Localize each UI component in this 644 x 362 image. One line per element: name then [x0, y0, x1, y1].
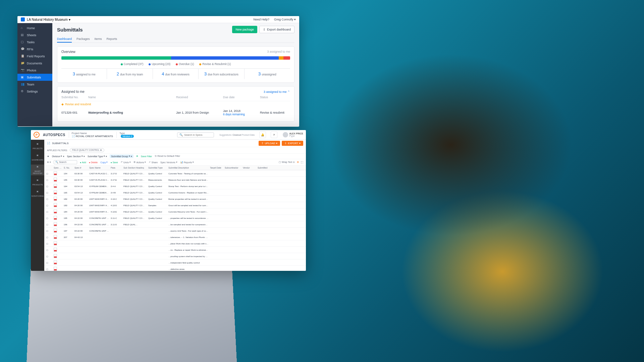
sidebar-item-field-reports[interactable]: 📋Field Reports [17, 53, 52, 60]
table-row[interactable]: ▢20704 43 13…tolerances. -- 1. Variation… [44, 234, 306, 240]
revise-resubmit-group[interactable]: ◆Revise and resubmit [61, 101, 290, 107]
sidebar-item-dashboard[interactable]: ▣DASHBOARD [31, 153, 44, 162]
table-row[interactable]: ▢…proofing system shall be inspected by … [44, 253, 306, 259]
pdf-icon[interactable] [54, 178, 62, 182]
sidebar-item-scratchpad[interactable]: ▣SCRATCHPAD [31, 189, 44, 198]
submittal-group-filter[interactable]: Submittal Group ▾ × [110, 155, 133, 158]
undo-button[interactable]: ↶ Undo ▾ [121, 161, 131, 164]
add-button[interactable]: ● Add [80, 161, 86, 164]
actions-menu[interactable]: ⚙ Actions ▾ [133, 161, 146, 164]
pdf-icon[interactable] [54, 254, 62, 258]
stat-item[interactable]: 2due from my team [107, 69, 153, 79]
col-header[interactable]: Sub Section Heading [123, 167, 147, 169]
checkbox[interactable]: ▢ [46, 191, 52, 194]
col-header[interactable]: Name [88, 96, 176, 99]
tab-reports[interactable]: Reports [107, 36, 117, 43]
atm-collapse[interactable]: 3 assigned to me ⌃ [264, 90, 290, 94]
table-row[interactable]: ▢15403 30 00CAST-IN-PLACE C…3.17-DFIELD … [44, 170, 306, 177]
submittal-type-filter[interactable]: Submittal Type ▾ × [88, 155, 107, 158]
table-row[interactable]: ▢18304 20 00UNIT MASONRY A…4.13-DFIELD Q… [44, 202, 306, 208]
reset-filter-link[interactable]: ⟲ Reset to Default Filter [155, 155, 180, 158]
sidebar-item-photos[interactable]: 📷Photos [17, 67, 52, 74]
table-row[interactable]: ▢16403 54 13GYPSUM CEMENT …3.4-AFIELD QU… [44, 183, 306, 189]
filter-icon[interactable]: ▼ [47, 155, 49, 158]
checkbox[interactable]: ▢ [46, 185, 52, 187]
pdf-icon[interactable] [54, 229, 62, 233]
table-row[interactable]: ▢18204 20 00UNIT MASONRY A…4.13-CFIELD Q… [44, 196, 306, 202]
pdf-icon[interactable] [54, 260, 62, 264]
grid-search[interactable]: 🔍 Search [54, 160, 77, 164]
checkbox[interactable]: ▢ [46, 179, 52, 181]
table-row[interactable]: ▢15503 30 00CAST-IN-PLACE C…3.17-EFIELD … [44, 177, 306, 183]
checkbox[interactable]: ▢ [46, 249, 52, 251]
col-header[interactable]: Submitted [258, 167, 271, 169]
table-row[interactable]: ▢…ns - Replace or repair Work to elimina… [44, 247, 306, 253]
checkbox[interactable]: ▢ [46, 172, 52, 175]
pdf-icon[interactable] [54, 197, 62, 201]
notification-icon[interactable]: 🔔 [259, 131, 266, 138]
col-header[interactable]: Spec Name [89, 167, 109, 169]
stat-item[interactable]: 3unassigned [245, 69, 290, 79]
wrap-text-toggle[interactable]: ▢ Wrap Text ⊙ [279, 161, 295, 164]
table-row[interactable]: ▢…defective areas. [44, 266, 306, 271]
stat-item[interactable]: 3assigned to me [61, 69, 107, 79]
table-row[interactable]: ▢…independent field quality control [44, 259, 306, 266]
col-header[interactable]: Para [111, 167, 122, 169]
pdf-icon[interactable] [54, 184, 62, 188]
pdf-icon[interactable] [54, 190, 62, 194]
tab-items[interactable]: Items [95, 36, 102, 43]
table-row[interactable]: ▢19504 22 00CONCRETE UNIT …3.11-CFIELD Q… [44, 215, 306, 221]
checkbox[interactable]: ▢ [46, 223, 52, 226]
checkbox[interactable]: ▢ [46, 236, 52, 238]
sidebar-item-smart-register[interactable]: ▣SMART REGISTER [31, 165, 44, 175]
delete-button[interactable]: ● Delete [89, 161, 98, 164]
col-header[interactable]: Target Date [210, 167, 223, 169]
col-header[interactable]: Vendor [243, 167, 256, 169]
add-filter-icon[interactable]: ⊕ [136, 155, 138, 158]
col-header[interactable]: Submittal Type [148, 167, 167, 169]
checkbox[interactable]: ▢ [46, 261, 52, 264]
table-row[interactable]: ▢16503 54 13GYPSUM CEMENT …3.4-BFIELD QU… [44, 189, 306, 196]
col-header[interactable]: Received [176, 96, 223, 99]
checkbox[interactable]: ▢ [46, 242, 52, 245]
new-package-button[interactable]: New package [232, 26, 257, 33]
sidebar-item-settings[interactable]: ⚙Settings [17, 88, 52, 95]
col-header[interactable]: Spec # [74, 167, 88, 169]
sidebar-item-products[interactable]: ▣PRODUCTS [31, 178, 44, 187]
save-button[interactable]: ● Save [110, 161, 118, 164]
export-dashboard-button[interactable]: ⇩Export dashboard [259, 26, 294, 33]
search-box[interactable]: 🔍 [177, 132, 214, 137]
col-header[interactable]: Submittal No. [61, 96, 88, 99]
sidebar-item-projects[interactable]: ▣PROJECTS [31, 142, 44, 150]
col-header[interactable]: Submittal Description [168, 167, 209, 169]
copy-button[interactable]: Copy ▾ [100, 161, 108, 164]
col-header[interactable]: Spec PDF [54, 167, 62, 169]
stat-item[interactable]: 3due from subcontractors [199, 69, 244, 79]
division-filter[interactable]: Division ▾ × [52, 155, 64, 158]
project-info[interactable]: Project Name 📄 ROYAL CREST APARTMENTS [69, 132, 113, 138]
sidebar-item-rfis[interactable]: 💬RFIs [17, 46, 52, 53]
pdf-icon[interactable] [54, 203, 62, 207]
sidebar-item-tasks[interactable]: ▢Tasks [17, 39, 52, 46]
checkbox[interactable]: ▢ [46, 217, 52, 219]
export-button[interactable]: ⇩EXPORT ▾ [282, 141, 303, 146]
pdf-icon[interactable] [54, 216, 62, 220]
expand-icon[interactable]: ⊕ ▾ [47, 161, 51, 164]
pdf-icon[interactable] [54, 241, 62, 245]
pdf-icon[interactable] [54, 248, 62, 252]
pdf-icon[interactable] [54, 235, 62, 239]
pdf-icon[interactable] [54, 171, 62, 175]
sidebar-item-team[interactable]: 👥Team [17, 81, 52, 88]
checkbox[interactable]: ▢ [46, 230, 52, 232]
pdf-icon[interactable] [54, 267, 62, 271]
sidebar-item-submittals[interactable]: ▣Submittals [17, 74, 52, 81]
pdf-icon[interactable] [54, 222, 62, 226]
table-row[interactable]: ▢…place Work that does not comply with s… [44, 240, 306, 247]
sidebar-item-sheets[interactable]: ▤Sheets [17, 32, 52, 39]
col-header[interactable]: Subcontractor [225, 167, 241, 169]
checkbox[interactable]: ▢ [46, 198, 52, 200]
checkbox[interactable]: ▢ [46, 204, 52, 206]
checkbox[interactable]: ▢ [46, 255, 52, 257]
table-row[interactable]: ▢19704 22 00CONCRETE UNIT ……asonry Unit … [44, 228, 306, 234]
checkbox[interactable]: ▢ [46, 210, 52, 213]
